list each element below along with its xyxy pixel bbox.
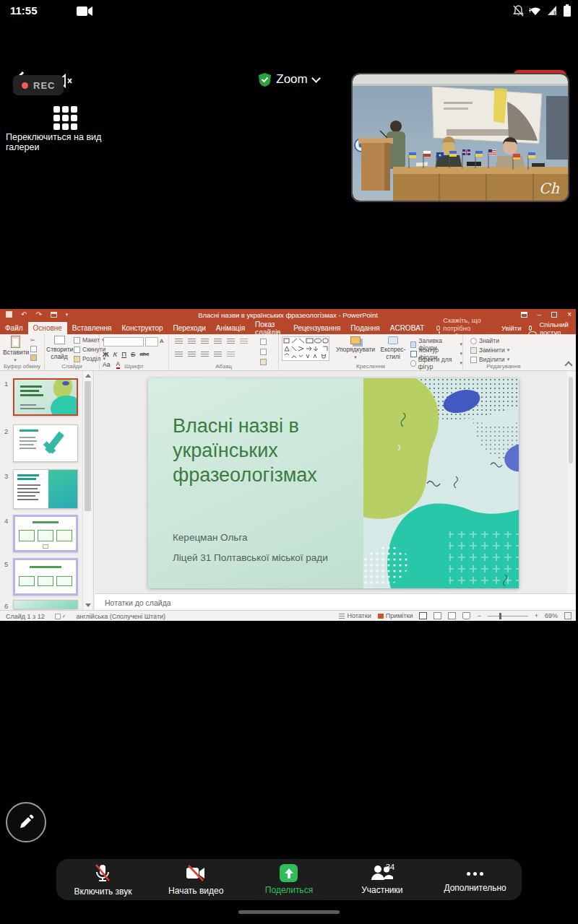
recording-badge: REC [13, 75, 64, 95]
replace-button[interactable]: Замінити▾ [470, 346, 509, 354]
bold-button[interactable]: Ж [103, 350, 109, 358]
new-slide-button[interactable]: Створити слайд [46, 336, 72, 360]
arrange-button[interactable]: Упорядкувати▾ [335, 336, 376, 360]
sign-in-button[interactable]: Увійти [501, 324, 522, 332]
collapse-ribbon-icon[interactable] [564, 361, 572, 369]
thumb-number: 1 [4, 380, 8, 388]
current-slide[interactable]: Власні назві в українських фразеологізма… [148, 378, 519, 588]
slide-thumbnail-3[interactable] [13, 469, 78, 509]
paste-button[interactable]: Вставити▾ [3, 336, 27, 363]
find-button[interactable]: Знайти [470, 337, 499, 344]
meeting-controls-toolbar: Включить звук Начать видео Поделиться [56, 859, 522, 900]
align-center-icon[interactable] [188, 352, 196, 358]
tab-transitions[interactable]: Переходи [168, 322, 211, 334]
line-spacing-icon[interactable] [227, 339, 235, 345]
spellcheck-icon[interactable] [55, 614, 61, 619]
slide-thumbnail-4[interactable] [13, 515, 78, 552]
start-video-button[interactable]: Начать видео [150, 859, 243, 900]
language-indicator[interactable]: англійська (Сполучені Штати) [77, 613, 166, 620]
comments-toggle[interactable]: Примітки [378, 612, 413, 619]
convert-smartart-icon[interactable] [260, 339, 267, 345]
italic-button[interactable]: К [113, 350, 118, 358]
tab-file[interactable]: Файл [0, 322, 28, 334]
indent-increase-icon[interactable] [214, 339, 222, 345]
unmute-button[interactable]: Включить звук [56, 859, 150, 900]
slide-sorter-view-icon[interactable] [434, 612, 441, 619]
quick-styles-icon [388, 336, 398, 344]
shapes-gallery[interactable] [282, 336, 329, 361]
gallery-view-label[interactable]: Переключиться на вид галереи [6, 132, 136, 152]
scroll-up-icon[interactable] [85, 374, 91, 378]
slide-counter: Слайд 1 з 12 [6, 613, 45, 620]
zoom-percentage[interactable]: 69% [545, 612, 558, 619]
fit-slide-icon[interactable] [564, 612, 571, 619]
indent-decrease-icon[interactable] [201, 339, 209, 345]
quick-styles-button[interactable]: Експрес-стилі [377, 336, 409, 360]
zoom-slider[interactable] [488, 616, 528, 616]
copy-button[interactable] [30, 346, 37, 352]
scrollbar-thumb[interactable] [85, 381, 91, 511]
tell-me-search[interactable]: Скажіть, що потрібно зробити... [436, 322, 501, 334]
justify-icon[interactable] [214, 352, 222, 358]
tab-review[interactable]: Рецензування [288, 322, 345, 334]
close-icon[interactable]: × [567, 310, 571, 318]
font-name-input[interactable] [103, 337, 144, 346]
slide-institution[interactable]: Ліцей 31 Полтавської міської ради [173, 552, 328, 563]
annotate-button[interactable] [6, 802, 46, 842]
slide-thumbnail-1[interactable] [13, 378, 78, 416]
slide-thumbnail-2[interactable] [13, 424, 78, 462]
columns-icon[interactable] [227, 352, 235, 358]
tab-home[interactable]: Основне [28, 322, 67, 334]
select-button[interactable]: Виділити▾ [470, 356, 509, 363]
text-direction-icon[interactable] [240, 339, 248, 345]
underline-button[interactable]: П [121, 350, 126, 358]
tab-insert[interactable]: Вставлення [67, 322, 117, 334]
bullets-icon[interactable] [175, 339, 183, 345]
share-up-arrow-icon [280, 864, 298, 882]
tab-view[interactable]: Подання [345, 322, 384, 334]
participant-video-thumbnail[interactable]: Ch [353, 74, 568, 201]
slides-group: Створити слайд Макет▾ Скинути Розділ▾ Сл… [45, 334, 100, 370]
zoom-slider-thumb[interactable] [499, 613, 501, 619]
thumbnail-scrollbar[interactable] [82, 371, 92, 610]
numbering-icon[interactable] [188, 339, 196, 345]
camera-off-icon [185, 864, 207, 883]
align-right-icon[interactable] [201, 352, 209, 358]
notifications-off-icon [513, 5, 524, 17]
cut-button[interactable]: ✂ [30, 337, 35, 344]
grow-font-button[interactable]: А [160, 338, 163, 344]
align-left-icon[interactable] [175, 352, 183, 358]
participants-button[interactable]: 34 Участники [335, 859, 428, 900]
thumb-number: 4 [4, 517, 8, 525]
slideshow-view-icon[interactable] [462, 612, 470, 619]
reading-view-icon[interactable] [448, 612, 456, 619]
share-screen-button[interactable]: Поделиться [243, 859, 336, 900]
tab-animations[interactable]: Анімація [211, 322, 250, 334]
slide-thumbnail-5[interactable] [13, 558, 78, 596]
notes-pane[interactable]: Нотатки до слайда [95, 593, 576, 610]
minimize-icon[interactable]: – [538, 310, 542, 318]
scroll-down-icon[interactable] [85, 603, 91, 607]
zoom-out-button[interactable]: − [477, 612, 480, 619]
ribbon-display-options-icon[interactable] [521, 312, 527, 318]
shadow-button[interactable]: S [131, 350, 135, 358]
font-size-input[interactable] [145, 337, 158, 346]
tab-slideshow[interactable]: Показ слайдів [250, 322, 288, 334]
slide-canvas[interactable]: Власні назві в українських фразеологізма… [95, 371, 576, 593]
slide-thumbnail-6[interactable] [13, 600, 78, 609]
tab-design[interactable]: Конструктор [117, 322, 168, 334]
tab-acrobat[interactable]: ACROBAT [385, 322, 430, 334]
gallery-view-icon[interactable] [49, 102, 81, 134]
slide-author[interactable]: Керецман Ольга [173, 532, 248, 543]
format-painter-button[interactable] [30, 354, 37, 361]
slide-title[interactable]: Власні назві в українських фразеологізма… [173, 414, 397, 487]
strikethrough-button[interactable]: abc [139, 351, 149, 357]
restore-window-icon[interactable] [551, 312, 557, 318]
notes-toggle[interactable]: Нотатки [339, 612, 371, 619]
normal-view-icon[interactable] [419, 612, 427, 619]
zoom-in-button[interactable]: + [535, 612, 538, 619]
canvas-scrollbar[interactable] [567, 371, 574, 593]
align-text-icon[interactable] [260, 349, 267, 355]
cellular-signal-icon [547, 5, 558, 16]
more-options-button[interactable]: Дополнительно [428, 859, 522, 900]
